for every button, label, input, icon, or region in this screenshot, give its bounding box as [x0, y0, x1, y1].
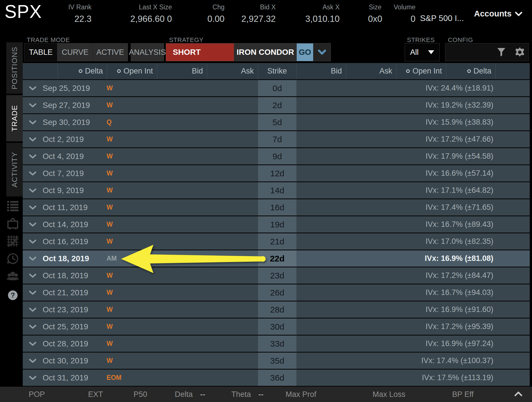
- expiration-row[interactable]: Oct 9, 2019 W 14d IVx: 17.1% (±64.82): [23, 182, 530, 199]
- expander-chevron-icon[interactable]: [29, 273, 36, 278]
- header-cell-delta-right[interactable]: Delta: [446, 63, 496, 79]
- expander-chevron-icon[interactable]: [29, 256, 36, 261]
- expiration-row[interactable]: Oct 2, 2019 W 7d IVx: 17.2% (±47.66): [23, 131, 530, 148]
- days-to-expiration: 5d: [258, 114, 296, 130]
- expander-chevron-icon[interactable]: [29, 307, 36, 312]
- ivx-value: IVx: 16.7% (±94.03): [426, 284, 493, 301]
- expander-chevron-icon[interactable]: [29, 290, 36, 295]
- expiration-row[interactable]: Oct 4, 2019 W 9d IVx: 17.9% (±54.58): [23, 148, 530, 165]
- header-cell-openint-right[interactable]: Open Int: [396, 63, 446, 79]
- expiration-date: Oct 30, 2019: [43, 353, 88, 369]
- filter-icon[interactable]: [497, 47, 506, 57]
- expiration-type-badge: AM: [107, 250, 117, 267]
- header-cell-ask-right[interactable]: Ask: [346, 63, 396, 79]
- ivx-value: IVx: 16.9% (±97.24): [426, 336, 493, 352]
- grid-curve-icon[interactable]: [7, 235, 19, 247]
- strikes-selected-value: All: [410, 48, 419, 57]
- header-cell-strike[interactable]: Strike: [258, 63, 296, 79]
- followers-icon[interactable]: [7, 270, 19, 282]
- expiration-row[interactable]: Oct 23, 2019 W 28d IVx: 16.9% (±91.60): [23, 302, 530, 319]
- expiration-row[interactable]: Oct 14, 2019 W 19d IVx: 16.7% (±89.43): [23, 216, 530, 233]
- expiration-row[interactable]: Oct 18, 2019 W 23d IVx: 17.2% (±84.47): [23, 267, 530, 284]
- expander-chevron-icon[interactable]: [29, 103, 36, 107]
- instrument-name: S&P 500 I...: [420, 14, 464, 23]
- expander-chevron-icon[interactable]: [29, 324, 36, 329]
- expiration-date: Oct 7, 2019: [43, 165, 84, 181]
- expiration-row[interactable]: Sep 30, 2019 Q 5d IVx: 15.9% (±38.83): [23, 114, 530, 131]
- ivx-value: IVx: 16.7% (±89.43): [426, 216, 493, 233]
- strategy-name-button[interactable]: IRON CONDOR: [234, 43, 297, 61]
- expander-chevron-icon[interactable]: [29, 359, 36, 363]
- days-to-expiration: 12d: [258, 165, 296, 181]
- expiration-row[interactable]: Oct 18, 2019 AM 22d IVx: 16.9% (±81.08): [23, 250, 530, 267]
- expander-chevron-icon[interactable]: [29, 239, 36, 244]
- quote-field: Chg 0.00: [186, 0, 225, 34]
- chevron-up-icon[interactable]: [514, 391, 522, 396]
- days-to-expiration: 0d: [258, 80, 296, 96]
- summary-metric: Theta --: [231, 387, 263, 402]
- header-cell-bid-right[interactable]: Bid: [296, 63, 346, 79]
- svg-text:?: ?: [11, 291, 15, 299]
- expiration-row[interactable]: Oct 16, 2019 W 21d IVx: 17.0% (±82.35): [23, 233, 530, 250]
- expander-chevron-icon[interactable]: [29, 86, 36, 90]
- tab-analysis[interactable]: ANALYSIS: [131, 43, 164, 61]
- days-to-expiration: 22d: [258, 250, 296, 267]
- expiration-type-badge: W: [107, 182, 113, 198]
- tab-table[interactable]: TABLE: [24, 43, 57, 61]
- expiration-row[interactable]: Oct 25, 2019 W 30d IVx: 17.2% (±95.39): [23, 319, 530, 336]
- expiration-row[interactable]: Oct 28, 2019 W 33d IVx: 16.9% (±97.24): [23, 336, 530, 353]
- expiration-row[interactable]: Oct 11, 2019 W 16d IVx: 17.4% (±71.65): [23, 199, 530, 216]
- header-cell-ask-left[interactable]: Ask: [207, 63, 258, 79]
- trade-toolbar: TRADE MODE STRATEGY STRIKES CONFIG TABLE…: [23, 34, 532, 61]
- expiration-type-badge: W: [107, 165, 113, 181]
- expander-chevron-icon[interactable]: [29, 120, 36, 124]
- tab-active[interactable]: ACTIVE: [93, 43, 128, 61]
- sort-ring-icon: [79, 69, 82, 73]
- expander-chevron-icon[interactable]: [29, 154, 36, 158]
- help-icon[interactable]: ?: [7, 289, 19, 302]
- sidebar-tab-activity[interactable]: ACTIVITY: [6, 143, 23, 196]
- expander-chevron-icon[interactable]: [29, 376, 36, 380]
- expiration-row[interactable]: Oct 21, 2019 W 26d IVx: 16.7% (±94.03): [23, 284, 530, 302]
- tv-icon[interactable]: [7, 217, 19, 230]
- chain-header-row: Delta Open Int Bid Ask Strike Bid Ask Op…: [23, 63, 530, 80]
- header-cell-bid-left[interactable]: Bid: [157, 63, 207, 79]
- strategy-dropdown-button[interactable]: [313, 43, 331, 61]
- strikes-dropdown[interactable]: All: [405, 43, 440, 61]
- expiration-date: Oct 23, 2019: [43, 302, 88, 318]
- summary-metric: EXT: [88, 387, 111, 402]
- expiration-row[interactable]: Oct 30, 2019 W 35d IVx: 17.4% (±100.37): [23, 353, 530, 370]
- expander-chevron-icon[interactable]: [29, 171, 36, 175]
- summary-metric: POP: [29, 387, 52, 402]
- sidebar-tab-trade[interactable]: TRADE: [6, 95, 23, 141]
- accounts-menu[interactable]: Accounts: [474, 9, 522, 18]
- strategy-direction-button[interactable]: SHORT: [166, 43, 234, 61]
- header-cell-empty: [496, 63, 530, 79]
- days-to-expiration: 33d: [258, 336, 296, 352]
- expiration-row[interactable]: Oct 7, 2019 W 12d IVx: 16.6% (±57.14): [23, 165, 530, 182]
- expiration-row[interactable]: Oct 31, 2019 EOM 36d IVx: 17.5% (±113.19…: [23, 370, 530, 387]
- expander-chevron-icon[interactable]: [29, 205, 36, 210]
- quote-field: Last X Size 2,966.60 0: [111, 0, 172, 34]
- expiration-row[interactable]: Sep 27, 2019 W 2d IVx: 19.2% (±32.39): [23, 97, 530, 114]
- expiration-type-badge: W: [107, 199, 113, 215]
- tab-curve[interactable]: CURVE: [58, 43, 93, 61]
- expander-chevron-icon[interactable]: [29, 188, 36, 192]
- expander-chevron-icon[interactable]: [29, 222, 36, 227]
- expander-chevron-icon[interactable]: [29, 137, 36, 141]
- sidebar-tab-positions[interactable]: POSITIONS: [6, 42, 23, 94]
- header-cell-openint-left[interactable]: Open Int: [107, 63, 157, 79]
- expiration-date: Sep 30, 2019: [43, 114, 90, 130]
- go-button[interactable]: GO: [297, 43, 313, 61]
- watchlist-icon[interactable]: [7, 200, 19, 212]
- history-icon[interactable]: [7, 252, 19, 265]
- expiration-row[interactable]: Sep 25, 2019 W 0d IVx: 24.4% (±18.91): [23, 80, 530, 97]
- gear-icon[interactable]: [514, 47, 525, 58]
- strategy-control: SHORT IRON CONDOR GO: [166, 43, 331, 61]
- expander-chevron-icon[interactable]: [29, 342, 36, 346]
- triangle-down-icon: [428, 50, 434, 54]
- header-cell-delta-left[interactable]: Delta: [58, 63, 107, 79]
- days-to-expiration: 7d: [258, 131, 296, 147]
- summary-metric: BP Eff: [452, 387, 481, 402]
- expiration-date: Oct 21, 2019: [43, 284, 88, 301]
